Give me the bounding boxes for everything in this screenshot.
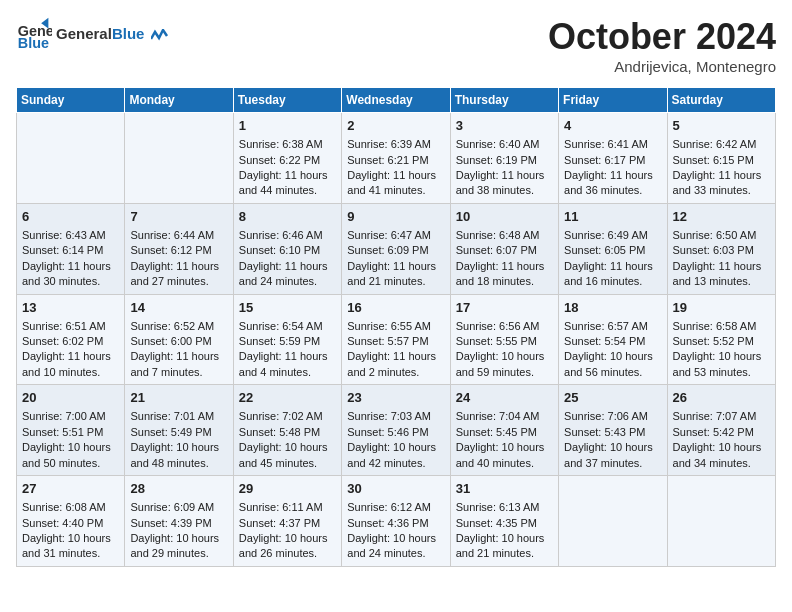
sunset-text: Sunset: 6:14 PM (22, 244, 103, 256)
calendar-cell: 26Sunrise: 7:07 AMSunset: 5:42 PMDayligh… (667, 385, 775, 476)
calendar-cell: 2Sunrise: 6:39 AMSunset: 6:21 PMDaylight… (342, 113, 450, 204)
calendar-cell: 11Sunrise: 6:49 AMSunset: 6:05 PMDayligh… (559, 203, 667, 294)
logo: General Blue GeneralBlue (16, 16, 169, 52)
sunrise-text: Sunrise: 6:55 AM (347, 320, 431, 332)
calendar-cell: 9Sunrise: 6:47 AMSunset: 6:09 PMDaylight… (342, 203, 450, 294)
daylight-text: Daylight: 10 hours and 53 minutes. (673, 350, 762, 377)
sunrise-text: Sunrise: 7:01 AM (130, 410, 214, 422)
day-number: 26 (673, 389, 770, 407)
sunrise-text: Sunrise: 6:40 AM (456, 138, 540, 150)
sunrise-text: Sunrise: 6:09 AM (130, 501, 214, 513)
logo-text: GeneralBlue (56, 25, 169, 43)
calendar-cell: 22Sunrise: 7:02 AMSunset: 5:48 PMDayligh… (233, 385, 341, 476)
sunset-text: Sunset: 4:37 PM (239, 517, 320, 529)
sunset-text: Sunset: 6:10 PM (239, 244, 320, 256)
sunrise-text: Sunrise: 6:12 AM (347, 501, 431, 513)
col-header-wednesday: Wednesday (342, 88, 450, 113)
sunset-text: Sunset: 6:21 PM (347, 154, 428, 166)
sunset-text: Sunset: 5:45 PM (456, 426, 537, 438)
daylight-text: Daylight: 10 hours and 40 minutes. (456, 441, 545, 468)
sunrise-text: Sunrise: 6:11 AM (239, 501, 323, 513)
daylight-text: Daylight: 10 hours and 50 minutes. (22, 441, 111, 468)
calendar-cell: 17Sunrise: 6:56 AMSunset: 5:55 PMDayligh… (450, 294, 558, 385)
calendar-cell: 5Sunrise: 6:42 AMSunset: 6:15 PMDaylight… (667, 113, 775, 204)
daylight-text: Daylight: 11 hours and 41 minutes. (347, 169, 436, 196)
calendar-cell: 12Sunrise: 6:50 AMSunset: 6:03 PMDayligh… (667, 203, 775, 294)
day-number: 15 (239, 299, 336, 317)
daylight-text: Daylight: 10 hours and 42 minutes. (347, 441, 436, 468)
sunrise-text: Sunrise: 7:04 AM (456, 410, 540, 422)
daylight-text: Daylight: 11 hours and 2 minutes. (347, 350, 436, 377)
col-header-friday: Friday (559, 88, 667, 113)
day-number: 30 (347, 480, 444, 498)
day-number: 9 (347, 208, 444, 226)
calendar-cell: 31Sunrise: 6:13 AMSunset: 4:35 PMDayligh… (450, 476, 558, 567)
day-number: 5 (673, 117, 770, 135)
day-number: 31 (456, 480, 553, 498)
day-number: 24 (456, 389, 553, 407)
daylight-text: Daylight: 11 hours and 33 minutes. (673, 169, 762, 196)
calendar-cell: 24Sunrise: 7:04 AMSunset: 5:45 PMDayligh… (450, 385, 558, 476)
sunset-text: Sunset: 6:09 PM (347, 244, 428, 256)
daylight-text: Daylight: 10 hours and 26 minutes. (239, 532, 328, 559)
daylight-text: Daylight: 11 hours and 4 minutes. (239, 350, 328, 377)
sunset-text: Sunset: 5:42 PM (673, 426, 754, 438)
daylight-text: Daylight: 10 hours and 45 minutes. (239, 441, 328, 468)
sunrise-text: Sunrise: 6:44 AM (130, 229, 214, 241)
calendar-cell: 16Sunrise: 6:55 AMSunset: 5:57 PMDayligh… (342, 294, 450, 385)
sunrise-text: Sunrise: 6:58 AM (673, 320, 757, 332)
day-number: 3 (456, 117, 553, 135)
calendar-cell (667, 476, 775, 567)
daylight-text: Daylight: 10 hours and 37 minutes. (564, 441, 653, 468)
day-number: 27 (22, 480, 119, 498)
sunrise-text: Sunrise: 6:46 AM (239, 229, 323, 241)
day-number: 13 (22, 299, 119, 317)
calendar-cell: 10Sunrise: 6:48 AMSunset: 6:07 PMDayligh… (450, 203, 558, 294)
daylight-text: Daylight: 11 hours and 38 minutes. (456, 169, 545, 196)
day-number: 12 (673, 208, 770, 226)
sunset-text: Sunset: 4:36 PM (347, 517, 428, 529)
calendar-cell (17, 113, 125, 204)
calendar-table: SundayMondayTuesdayWednesdayThursdayFrid… (16, 87, 776, 567)
sunrise-text: Sunrise: 6:57 AM (564, 320, 648, 332)
day-number: 10 (456, 208, 553, 226)
sunset-text: Sunset: 6:15 PM (673, 154, 754, 166)
calendar-cell: 15Sunrise: 6:54 AMSunset: 5:59 PMDayligh… (233, 294, 341, 385)
day-number: 19 (673, 299, 770, 317)
sunset-text: Sunset: 6:17 PM (564, 154, 645, 166)
daylight-text: Daylight: 11 hours and 16 minutes. (564, 260, 653, 287)
daylight-text: Daylight: 11 hours and 13 minutes. (673, 260, 762, 287)
sunset-text: Sunset: 5:43 PM (564, 426, 645, 438)
day-number: 20 (22, 389, 119, 407)
day-number: 1 (239, 117, 336, 135)
sunset-text: Sunset: 5:57 PM (347, 335, 428, 347)
calendar-cell: 13Sunrise: 6:51 AMSunset: 6:02 PMDayligh… (17, 294, 125, 385)
sunrise-text: Sunrise: 6:41 AM (564, 138, 648, 150)
sunrise-text: Sunrise: 6:51 AM (22, 320, 106, 332)
sunset-text: Sunset: 5:54 PM (564, 335, 645, 347)
sunrise-text: Sunrise: 6:39 AM (347, 138, 431, 150)
week-row-2: 6Sunrise: 6:43 AMSunset: 6:14 PMDaylight… (17, 203, 776, 294)
sunrise-text: Sunrise: 7:07 AM (673, 410, 757, 422)
daylight-text: Daylight: 10 hours and 59 minutes. (456, 350, 545, 377)
title-block: October 2024 Andrijevica, Montenegro (548, 16, 776, 75)
calendar-cell: 6Sunrise: 6:43 AMSunset: 6:14 PMDaylight… (17, 203, 125, 294)
daylight-text: Daylight: 11 hours and 30 minutes. (22, 260, 111, 287)
day-number: 17 (456, 299, 553, 317)
daylight-text: Daylight: 11 hours and 7 minutes. (130, 350, 219, 377)
daylight-text: Daylight: 11 hours and 18 minutes. (456, 260, 545, 287)
day-number: 25 (564, 389, 661, 407)
sunset-text: Sunset: 5:46 PM (347, 426, 428, 438)
sunset-text: Sunset: 6:07 PM (456, 244, 537, 256)
day-number: 11 (564, 208, 661, 226)
calendar-cell: 20Sunrise: 7:00 AMSunset: 5:51 PMDayligh… (17, 385, 125, 476)
sunrise-text: Sunrise: 6:13 AM (456, 501, 540, 513)
page-header: General Blue GeneralBlue October 2024 An… (16, 16, 776, 75)
daylight-text: Daylight: 11 hours and 24 minutes. (239, 260, 328, 287)
day-number: 14 (130, 299, 227, 317)
sunrise-text: Sunrise: 7:00 AM (22, 410, 106, 422)
calendar-cell: 3Sunrise: 6:40 AMSunset: 6:19 PMDaylight… (450, 113, 558, 204)
calendar-cell: 25Sunrise: 7:06 AMSunset: 5:43 PMDayligh… (559, 385, 667, 476)
sunset-text: Sunset: 6:22 PM (239, 154, 320, 166)
day-number: 28 (130, 480, 227, 498)
